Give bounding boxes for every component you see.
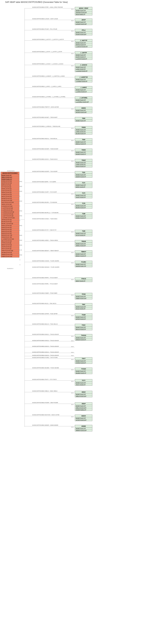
entity-title: TVDC (75, 324, 92, 326)
entity-t000: T000MANDT [CLNT (3)] (75, 117, 92, 122)
entity-fpla: FPLAMANDT [CLNT (3)]FPLNR [CHAR (10)] (75, 29, 92, 35)
entity-title: T691M (75, 240, 92, 243)
edge-label: MASSCONTPOSVBKD-MANSP = T040S-MANSP (32, 148, 58, 150)
field: KTGRD [CHAR (2)] (1, 194, 19, 196)
edge-label: MASSCONTPOSVBKD-BSARK_E = T176-BSARK (32, 212, 59, 213)
side-mult: 1 (20, 259, 20, 260)
entity-j_1adtyp: J_1ADTYPMANDT [CLNT (3)]BUKRS [CHAR (4)]… (75, 39, 92, 48)
edge-label: MASSCONTPOSVBKD-KDKG5 = TVKGG-KDKGR (32, 355, 59, 356)
field: MANDT [CLNT (3)] (75, 151, 92, 153)
field: J_1ATXREL [CHAR (10)] (75, 101, 92, 103)
entity-title: WAKH (75, 415, 92, 417)
edge-mult: 0..N (71, 214, 73, 215)
field: MANDT [CLNT (3)] (75, 296, 92, 298)
field: MANDT [CLNT (3)] (75, 66, 92, 68)
field: PLTYP [CHAR (2)] (1, 186, 19, 188)
edge-label: MASSCONTPOSVBKD-PLTYP = T189-PLTYP (32, 230, 56, 231)
field: FPLNR [CHAR (10)] (75, 33, 92, 35)
entity-tvty: TVTYMANDT [CLNT (3)]TRATY [CHAR (4)] (75, 379, 92, 386)
field: MANDT [CLNT (3)] (75, 141, 92, 143)
edge-mult: 0..N (71, 315, 73, 316)
edge-label: MASSCONTPOSVBKD-MANDT = T000-MANDT (32, 117, 57, 118)
side-mult: (0,1) (20, 215, 22, 216)
side-mult: (0,1) (20, 210, 22, 212)
field: VSART [CHAR (2)] (75, 196, 92, 198)
field: AKWAE [CUKY (5)] (1, 236, 19, 238)
field: LCNUM [CHAR (10)] (1, 205, 19, 207)
edge-mult: 0..N (71, 426, 73, 428)
edge-label: MASSCONTPOSVBKD-WMINR = WWMI-WMINR (32, 424, 58, 426)
edge-mult: 0..N (71, 381, 73, 382)
field: J_1AINDXP [CHAR (5)] (1, 238, 19, 240)
field: MANDT [CLNT (3)] (75, 184, 92, 186)
field: KDKG4 [CHAR (2)] (1, 230, 19, 232)
field: LAND1 [CHAR (3)] (75, 68, 92, 70)
entity-t151: T151MANDT [CLNT (3)]KDGRP [CHAR (2)] (75, 171, 92, 178)
field: J_1AFITP [CHAR (2)] (1, 207, 19, 209)
entity-title: J_1AINFT20 (75, 76, 92, 78)
entity-tcurc: TCURCMANDT [CLNT (3)]WAERS [CUKY (5)] (75, 261, 92, 267)
field: VBELN [CHAR (10)] (1, 176, 19, 178)
mult-bottom: (0,1)(0,1)(0,1).1 (7, 268, 14, 269)
entity-title: MARA (75, 107, 92, 109)
edge-label: MASSCONTPOSVBKD-BEMOT = TBMOT-BEMOT (32, 250, 59, 251)
edge-mult: 0..N (71, 150, 73, 152)
side-mult: 1 (20, 196, 20, 197)
entity-title: J_1ADTYP (75, 39, 92, 42)
edge-label: MASSCONTPOSVBKD-VSART = T173-VSART (32, 192, 57, 193)
field: MANDT [CLNT (3)] (75, 326, 92, 328)
entity-tvkt: TVKTMANDT [CLNT (3)]KTGRD [CHAR (2)] (75, 357, 92, 364)
edge-mult: 0..N (71, 262, 73, 264)
entity-j_1atxrel: J_1ATXRELMANDT [CLNT (3)]J_1ATXREL [CHAR… (75, 96, 92, 103)
entity-title: TVTY (75, 379, 92, 382)
field: MANDT [CLNT (3)] (75, 306, 92, 308)
entity-mara: MARAMANDT [CLNT (3)]MATNR [CHAR (18)] (75, 107, 92, 113)
field: PLTYP [CHAR (2)] (75, 234, 92, 236)
field: LAND1 [CHAR (3)] (75, 130, 92, 132)
edge-mult: 0..N (71, 128, 73, 129)
field: KONDA [CHAR (2)] (1, 180, 19, 182)
entity-tvkgg: TVKGGMANDT [CLNT (3)]KDKGR [CHAR (2)] (75, 334, 92, 340)
edge-mult: 0..N (71, 404, 73, 405)
entity-vbup: VBUPMANDT [CLNT (3)]VBELN [CHAR (10)]POS… (75, 402, 92, 411)
edge-mult: 0..N (71, 336, 73, 337)
entity-title: TSAB (75, 314, 92, 316)
entity-tfkb: TFKBMANDT [CLNT (3)]FKBER [CHAR (16)] (75, 293, 92, 299)
field: DPUS [NUMC (2)] (75, 14, 92, 15)
field: KDKG2 [CHAR (2)] (1, 226, 19, 228)
field: KDKGR [CHAR (2)] (75, 338, 92, 340)
edge-mult: 0..N (71, 108, 73, 110)
entity-j_1agicd: J_1AGICDMANDT [CLNT (3)]LAND1 [CHAR (3)]… (75, 64, 92, 72)
field: MSCHL [CHAR (3)] (75, 143, 92, 145)
entity-title: MASSCONTPOSVBKD (1, 172, 19, 174)
field: MANDT [CLNT (3)] (75, 337, 92, 338)
edge-label: MASSCONTPOSVBKD-TRATY = TVTY-TRATY (32, 379, 57, 380)
field: MANDT [CLNT (3)] (75, 382, 92, 384)
field: ZLSCH [CHAR (1)] (1, 190, 19, 192)
field: TRATY [CHAR (4)] (1, 248, 19, 250)
field: J_1ADTYP [CHAR (2)] (1, 215, 19, 217)
edge-label: MASSCONTPOSVBKD-J_1ARFZ = J_1ARFZ-J_1ARF… (32, 86, 61, 87)
edge-label: MASSCONTPOSVBKD-J_1AFITP = J_1AFITP-J_1A… (32, 51, 62, 52)
edge-label: MASSCONTPOSVBKD-AKWAE = TCURC-WAERS (32, 260, 59, 262)
field: LCNUM [CHAR (10)] (75, 23, 92, 25)
field: MANDT [CLNT (3)] (75, 232, 92, 234)
entity-title: TVSAK (75, 368, 92, 370)
entity-title: T042Z (75, 159, 92, 162)
side-mult: (0,1) (20, 181, 22, 182)
entity-j_1ainft20: J_1AINFT20MANDT [CLNT (3)]J_1AINDX [CHAR… (75, 76, 92, 82)
entity-title: T171 (75, 182, 92, 184)
field: AKTNR [CHAR (10)] (75, 419, 92, 421)
entity-tvsak: TVSAKMANDT [CLNT (3)]SDABW [CHAR (4)] (75, 368, 92, 374)
field: WAERS [CUKY (5)] (75, 265, 92, 267)
field: FKBER [CHAR (16)] (1, 256, 19, 257)
entity-t005s: T005SMANDT [CLNT (3)]LAND1 [CHAR (3)]BLA… (75, 126, 92, 134)
edge-mult: 0..N (71, 279, 73, 280)
field: MANDT [CLNT (3)] (75, 370, 92, 372)
field: LAND1 [CHAR (3)] (75, 164, 92, 166)
entity-title: J_1ARFZ (75, 86, 92, 89)
entity-title: TVKT (75, 358, 92, 360)
edge-label: MASSCONTPOSVBKD-TRMTYP = MARA-MATNR (32, 106, 59, 108)
field: KONDA [CHAR (2)] (75, 217, 92, 219)
edge-label: MASSCONTPOSVBKD-KTGRD = TVKT-KTGRD (32, 357, 58, 358)
